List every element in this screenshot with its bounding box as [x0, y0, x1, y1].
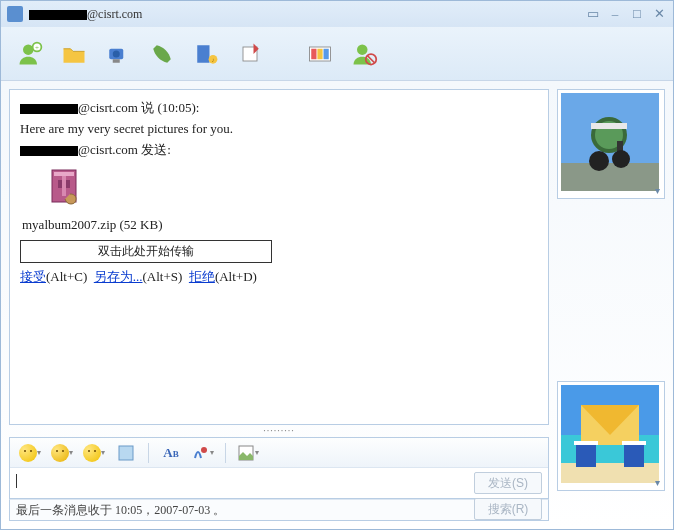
splitter[interactable]: ·········	[9, 425, 549, 437]
maximize-button[interactable]: □	[629, 7, 645, 21]
close-button[interactable]: ✕	[651, 7, 667, 21]
window-title: @cisrt.com	[29, 7, 585, 22]
titlebar: @cisrt.com ▭ – □ ✕	[1, 1, 673, 27]
main-toolbar: + ♪	[1, 27, 673, 81]
search-button[interactable]: 搜索(R)	[474, 498, 542, 520]
gallery-button[interactable]	[301, 36, 339, 72]
compose-toolbar: ▾ ▾ ▾ AB ▾ ▾	[10, 438, 548, 468]
status-bar: 最后一条消息收于 10:05，2007-07-03 。 A	[9, 499, 549, 521]
svg-point-4	[113, 50, 120, 57]
svg-text:+: +	[35, 43, 39, 51]
emoticon-button-3[interactable]: ▾	[80, 441, 108, 465]
contact-avatar[interactable]: ▾	[557, 89, 665, 199]
svg-rect-5	[113, 59, 120, 63]
svg-rect-35	[561, 463, 659, 483]
svg-text:♪: ♪	[211, 56, 214, 62]
svg-rect-40	[622, 441, 646, 445]
archive-file-icon	[44, 166, 84, 206]
svg-rect-38	[574, 441, 598, 445]
svg-rect-11	[311, 48, 316, 59]
video-call-button[interactable]	[99, 36, 137, 72]
save-as-link[interactable]: 另存为...	[94, 269, 143, 284]
svg-rect-21	[62, 176, 66, 196]
compose-area: ▾ ▾ ▾ AB ▾ ▾ 发送(S) 搜索(R)	[9, 437, 549, 499]
background-button[interactable]: ▾	[234, 441, 262, 465]
transfer-progress[interactable]: 双击此处开始传输	[20, 240, 272, 263]
message-text: Here are my very secret pictures for you…	[20, 119, 538, 140]
voice-call-button[interactable]	[143, 36, 181, 72]
wink-button[interactable]	[112, 441, 140, 465]
block-button[interactable]	[345, 36, 383, 72]
svg-rect-6	[197, 45, 209, 63]
file-name: myalbum2007.zip (52 KB)	[22, 215, 538, 236]
message-input[interactable]: 发送(S) 搜索(R)	[10, 468, 548, 498]
invite-button[interactable]: +	[11, 36, 49, 72]
status-text: 最后一条消息收于 10:05，2007-07-03 。	[16, 502, 225, 519]
accept-link[interactable]: 接受	[20, 269, 46, 284]
share-files-button[interactable]	[55, 36, 93, 72]
emoticon-button-1[interactable]: ▾	[16, 441, 44, 465]
svg-rect-22	[119, 446, 133, 460]
transfer-actions: 接受(Alt+C) 另存为...(Alt+S) 拒绝(Alt+D)	[20, 267, 538, 288]
svg-rect-26	[561, 163, 659, 191]
dock-button[interactable]: ▭	[585, 7, 601, 21]
self-avatar[interactable]: ▾	[557, 381, 665, 491]
minimize-button[interactable]: –	[607, 7, 623, 21]
avatar-menu-icon[interactable]: ▾	[655, 477, 660, 488]
decline-link[interactable]: 拒绝	[189, 269, 215, 284]
svg-rect-37	[576, 443, 596, 467]
emoticon-button-2[interactable]: ▾	[48, 441, 76, 465]
svg-point-14	[357, 44, 368, 55]
svg-rect-29	[591, 123, 627, 129]
avatar-menu-icon[interactable]: ▾	[655, 185, 660, 196]
conversation-panel: @cisrt.com 说 (10:05): Here are my very s…	[9, 89, 549, 425]
svg-rect-13	[324, 48, 329, 59]
svg-point-23	[201, 447, 207, 453]
games-button[interactable]	[231, 36, 269, 72]
voice-clip-button[interactable]: ▾	[189, 441, 217, 465]
svg-point-32	[612, 150, 630, 168]
svg-rect-39	[624, 443, 644, 467]
svg-point-31	[589, 151, 609, 171]
font-button[interactable]: AB	[157, 441, 185, 465]
send-button[interactable]: 发送(S)	[474, 472, 542, 494]
activities-button[interactable]: ♪	[187, 36, 225, 72]
chat-window: @cisrt.com ▭ – □ ✕ + ♪ @cisrt.com 说 (10:…	[0, 0, 674, 530]
app-icon	[7, 6, 23, 22]
svg-rect-12	[317, 48, 322, 59]
svg-rect-19	[54, 172, 74, 176]
